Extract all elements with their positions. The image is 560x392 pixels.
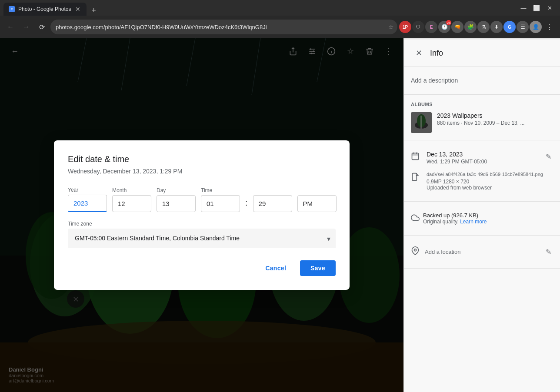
extension-icon-beaker[interactable]: ⚗ <box>477 21 490 33</box>
date-edit-button[interactable]: ✎ <box>544 151 553 163</box>
year-label: Year <box>68 187 107 193</box>
time-label: Time <box>201 187 240 193</box>
backup-section: Backed up (926.7 KB) Original quality. L… <box>404 202 560 236</box>
navigation-bar: ← → ⟳ ☆ 1P 🛡 E 26 🕐 🔫 🧩 ⚗ ⬇ G ☰ 👤 ⋮ <box>0 16 560 38</box>
upload-info: Uploaded from web browser <box>427 185 553 191</box>
close-button[interactable]: ✕ <box>544 3 555 13</box>
month-input[interactable] <box>112 195 151 212</box>
time-minute-input[interactable] <box>253 195 292 212</box>
backup-row: Backed up (926.7 KB) Original quality. L… <box>411 209 553 228</box>
reload-button[interactable]: ⟳ <box>35 20 49 34</box>
modal-actions: Cancel Save <box>68 260 336 276</box>
edit-datetime-modal: Edit date & time Wednesday, December 13,… <box>54 140 350 290</box>
day-label: Day <box>157 187 196 193</box>
timezone-select[interactable]: GMT-05:00 Eastern Standard Time, Colombi… <box>68 229 336 248</box>
backup-info: Backed up (926.7 KB) Original quality. L… <box>423 212 553 225</box>
tab-title: Photo - Google Photos <box>18 6 71 12</box>
extension-icon-profile[interactable]: 👤 <box>530 21 542 33</box>
address-bar-container: ☆ <box>50 20 397 34</box>
more-button[interactable]: ⋮ <box>543 20 557 34</box>
day-field-group: Day <box>157 187 196 212</box>
timezone-group: Time zone GMT-05:00 Eastern Standard Tim… <box>68 221 336 248</box>
learn-more-link[interactable]: Learn more <box>460 219 487 225</box>
location-row: Add a location ✎ <box>411 243 553 261</box>
svg-rect-38 <box>412 173 417 181</box>
svg-point-39 <box>414 249 417 251</box>
extension-icon-puzzle[interactable]: 🧩 <box>464 21 477 33</box>
address-bar-icons: ☆ <box>388 23 394 30</box>
window-controls: — ⬜ ✕ <box>518 3 555 13</box>
modal-overlay[interactable]: Edit date & time Wednesday, December 13,… <box>0 38 403 392</box>
album-info: 2023 Wallpapers 880 items · Nov 10, 2009… <box>437 112 553 126</box>
file-icon <box>411 173 421 183</box>
add-location-text[interactable]: Add a location <box>425 249 539 255</box>
sidebar-header: ✕ Info <box>404 40 560 66</box>
year-field-group: Year <box>68 187 107 212</box>
albums-section: ALBUMS 2023 Wallpapers 880 items · Nov 1… <box>404 95 560 140</box>
album-name: 2023 Wallpapers <box>437 112 553 119</box>
file-content: dadVsei-a84f426a-fa3c-49d6-b569-10cb7e89… <box>427 172 553 191</box>
extension-icon-google[interactable]: G <box>503 21 516 33</box>
ampm-input[interactable] <box>297 195 337 212</box>
add-description-button[interactable]: Add a description <box>411 73 553 87</box>
month-label: Month <box>112 187 151 193</box>
maximize-button[interactable]: ⬜ <box>531 3 542 13</box>
browser-titlebar: P Photo - Google Photos ✕ + — ⬜ ✕ <box>0 0 560 16</box>
tab-bar: P Photo - Google Photos ✕ + <box>3 0 515 16</box>
backup-sub-text: Original quality. <box>423 219 460 225</box>
forward-button[interactable]: → <box>19 20 33 34</box>
date-section: Dec 13, 2023 Wed, 1:29 PM GMT-05:00 ✎ da… <box>404 140 560 202</box>
extension-icon-badge[interactable]: 26 🕐 <box>438 21 450 33</box>
location-edit-button[interactable]: ✎ <box>544 246 553 258</box>
save-button[interactable]: Save <box>300 260 336 276</box>
month-field-group: Month <box>112 187 151 212</box>
back-button[interactable]: ← <box>3 20 17 34</box>
active-tab[interactable]: P Photo - Google Photos ✕ <box>3 3 87 16</box>
extension-icon-gun[interactable]: 🔫 <box>451 21 463 33</box>
album-meta: 880 items · Nov 10, 2009 – Dec 13, ... <box>437 120 553 126</box>
calendar-icon <box>411 152 421 163</box>
new-tab-button[interactable]: + <box>88 5 99 16</box>
cancel-button[interactable]: Cancel <box>257 260 295 276</box>
extension-clock-icon: 🕐 <box>441 24 448 30</box>
date-content: Dec 13, 2023 Wed, 1:29 PM GMT-05:00 <box>427 151 539 165</box>
minimize-button[interactable]: — <box>518 3 529 13</box>
sidebar-close-button[interactable]: ✕ <box>411 45 427 61</box>
date-display: Dec 13, 2023 <box>427 151 539 158</box>
backup-icon <box>411 213 420 224</box>
file-info-row: dadVsei-a84f426a-fa3c-49d6-b569-10cb7e89… <box>411 168 553 194</box>
album-thumbnail <box>411 112 432 133</box>
bookmark-icon[interactable]: ☆ <box>388 23 394 30</box>
svg-text:P: P <box>11 8 13 11</box>
tab-close-button[interactable]: ✕ <box>74 5 81 13</box>
photo-area: ← ☆ <box>0 38 403 392</box>
modal-title: Edit date & time <box>68 154 336 164</box>
location-icon <box>411 246 420 257</box>
file-id: dadVsei-a84f426a-fa3c-49d6-b569-10cb7e89… <box>427 172 553 177</box>
year-input[interactable] <box>68 195 107 212</box>
minute-field-group: min <box>253 187 292 212</box>
tab-favicon: P <box>9 6 15 12</box>
extension-icon-bitwarden[interactable]: 🛡 <box>412 21 424 33</box>
album-item[interactable]: 2023 Wallpapers 880 items · Nov 10, 2009… <box>411 112 553 133</box>
day-input[interactable] <box>157 195 196 212</box>
svg-rect-33 <box>420 116 422 129</box>
badge-count: 26 <box>446 20 451 25</box>
backup-title: Backed up (926.7 KB) <box>423 212 553 219</box>
ampm-field-group: ampm <box>297 187 337 212</box>
time-field-group: Time <box>201 187 240 212</box>
backup-sub: Original quality. Learn more <box>423 219 553 225</box>
albums-label: ALBUMS <box>411 102 553 107</box>
timezone-select-wrapper: GMT-05:00 Eastern Standard Time, Colombi… <box>68 229 336 248</box>
address-bar[interactable] <box>50 20 397 34</box>
time-hour-input[interactable] <box>201 195 240 212</box>
location-section: Add a location ✎ <box>404 236 560 269</box>
timezone-label: Time zone <box>68 221 336 227</box>
extension-icon-download[interactable]: ⬇ <box>490 21 503 33</box>
main-area: ← ☆ <box>0 38 560 392</box>
extension-icon-1password[interactable]: 1P <box>399 21 411 33</box>
extension-icon-menu[interactable]: ☰ <box>517 21 529 33</box>
nav-actions: 1P 🛡 E 26 🕐 🔫 🧩 ⚗ ⬇ G ☰ 👤 ⋮ <box>399 20 557 34</box>
date-sub-display: Wed, 1:29 PM GMT-05:00 <box>427 159 539 165</box>
extension-icon-custom1[interactable]: E <box>425 21 437 33</box>
